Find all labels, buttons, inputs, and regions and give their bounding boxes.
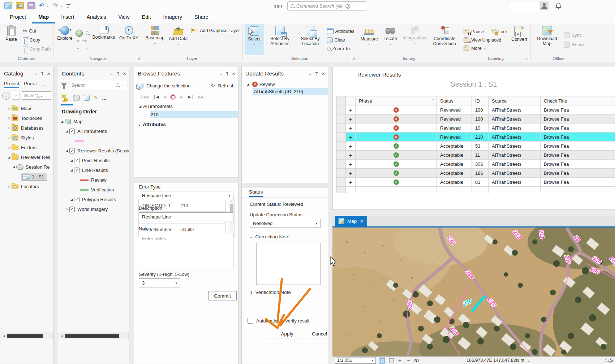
close-icon[interactable]: ×	[322, 71, 325, 76]
catalog-item-reviewer-results[interactable]: ◢Reviewer Res	[0, 152, 53, 162]
pause-labeling-button[interactable]: Pause	[463, 29, 485, 35]
expand-icon[interactable]: ▷	[64, 208, 69, 211]
collapse-icon[interactable]: ◢	[64, 130, 69, 133]
collapse-icon[interactable]: ◢	[245, 83, 250, 86]
close-icon[interactable]: ×	[123, 71, 126, 76]
collapse-icon[interactable]: ◢	[7, 156, 12, 159]
expand-row-button[interactable]: +	[346, 114, 356, 124]
row-selector[interactable]	[337, 151, 346, 160]
column-check-title[interactable]: Check Title	[541, 96, 615, 105]
symbol-verification[interactable]: Verification	[58, 185, 129, 195]
status-tab[interactable]: Status	[249, 189, 263, 197]
home-icon[interactable]: ⌂	[12, 92, 20, 100]
more-labeling-button[interactable]: More⌄	[463, 45, 508, 51]
cut-button[interactable]: ✂Cut	[22, 28, 51, 34]
copy-button[interactable]: Copy	[22, 37, 51, 43]
next-extent-icon[interactable]: →	[84, 44, 89, 50]
labeling-dialog-launcher[interactable]: ◿	[525, 57, 528, 60]
column-id[interactable]: ID	[472, 96, 489, 105]
close-icon[interactable]: ×	[232, 71, 235, 76]
browse-feature-210[interactable]: 210	[150, 111, 238, 118]
view-unplaced-button[interactable]: View Unplaced	[463, 37, 508, 43]
coordinate-conversion-button[interactable]: Coordinate Conversion	[430, 25, 459, 55]
chevron-down-icon[interactable]: ⌄	[527, 358, 530, 363]
editing-toggle-icon[interactable]: ┄	[406, 358, 411, 363]
verification-note-section[interactable]: ❯Verification Note	[250, 290, 291, 295]
change-selection-button[interactable]: Change the selection	[146, 83, 190, 88]
row-selector[interactable]	[337, 133, 346, 142]
description-input[interactable]: Reshape Line	[139, 212, 233, 221]
sync-button[interactable]: Sync	[563, 32, 584, 39]
previous-page-icon[interactable]: ❘◀	[153, 95, 159, 99]
tab-insert[interactable]: Insert	[55, 12, 80, 23]
catalog-tab-portal[interactable]: Portal	[24, 81, 36, 88]
contents-horizontal-scrollbar[interactable]: ◂	[59, 333, 129, 339]
customize-toolbar-icon[interactable]: ⌄	[66, 3, 69, 9]
chk-icon[interactable]: ✓	[74, 197, 79, 202]
paste-button[interactable]: Paste⌄	[2, 25, 21, 55]
zoom-selection-icon[interactable]	[86, 31, 89, 35]
layer-polygon-results[interactable]: ◢✓Polygon Results	[58, 195, 129, 204]
column-source[interactable]: Source	[489, 96, 541, 105]
account-icon[interactable]	[540, 1, 549, 10]
expand-row-button[interactable]: +	[346, 105, 356, 114]
row-selector[interactable]	[337, 169, 346, 178]
expand-icon[interactable]: ▷	[7, 107, 12, 110]
download-map-button[interactable]: Download Map⌄	[533, 25, 562, 55]
tab-share[interactable]: Share	[188, 12, 215, 23]
undo-icon[interactable]: ↶	[39, 3, 44, 9]
attributes-button[interactable]: Attributes	[326, 28, 355, 34]
chk-icon[interactable]: ✓	[74, 168, 79, 173]
browse-layer-node[interactable]: ◢ AlTirahStreets	[134, 101, 238, 111]
collapse-icon[interactable]: ◢	[69, 159, 74, 162]
bookmarks-button[interactable]: Bookmarks⌄	[91, 25, 116, 55]
commit-button[interactable]: Commit	[208, 291, 237, 300]
apply-button[interactable]: Apply	[266, 329, 308, 338]
result-row[interactable]: +✓Acceptable11AlTirahStreetsBrowse Fea	[337, 151, 615, 160]
row-selector-header[interactable]	[337, 96, 346, 105]
collapse-icon[interactable]: ◢	[69, 198, 74, 201]
redo-dropdown-icon[interactable]: ⌄	[60, 4, 63, 8]
list-by-drawing-order-icon[interactable]	[62, 95, 69, 101]
row-selector[interactable]	[337, 178, 346, 187]
expand-row-button[interactable]: +	[346, 169, 356, 178]
correction-note-section[interactable]: ⌄Correction Note	[250, 234, 289, 239]
select-by-attributes-button[interactable]: Select By Attributes	[266, 25, 294, 55]
previous-record-icon[interactable]: ◀	[163, 95, 166, 99]
pin-icon[interactable]	[315, 72, 318, 76]
snapping-icon[interactable]: ✛	[397, 358, 403, 363]
severity-dropdown[interactable]: 3▾	[139, 278, 180, 287]
last-record-icon[interactable]: ▶▶❘	[198, 95, 206, 99]
expand-row-button[interactable]: +	[346, 124, 356, 133]
refresh-icon[interactable]: ↻	[211, 82, 215, 89]
infographics-button[interactable]: Infographics⌄	[401, 25, 429, 55]
cancel-button[interactable]: Cancel	[309, 329, 328, 338]
update-review-node[interactable]: ◢ ✕ Review	[242, 79, 328, 88]
fixed-zoom-out-icon[interactable]: ↖↘	[82, 39, 86, 42]
map-canvas[interactable]: 23021321119207320206205234233210235208	[332, 228, 615, 357]
result-row[interactable]: +✕Reviewed190AlTirahStreetsBrowse Fea	[337, 105, 615, 114]
clear-button[interactable]: Clear	[326, 37, 355, 43]
tab-map[interactable]: Map	[32, 12, 55, 23]
redo-icon[interactable]: ↷	[53, 3, 58, 9]
explore-button[interactable]: Explore⌄	[55, 25, 74, 55]
layer-map[interactable]: ◢Map	[58, 117, 129, 126]
previous-extent-icon[interactable]: ←	[76, 44, 81, 50]
new-project-icon[interactable]	[4, 2, 12, 9]
expand-header[interactable]	[346, 96, 356, 105]
layer-reviewer-results[interactable]: ◢✓Reviewer Results (Session	[58, 146, 129, 156]
copy-path-button[interactable]: Copy Path	[22, 46, 51, 52]
go-to-xy-button[interactable]: Go To XY	[118, 25, 140, 55]
pin-icon[interactable]	[116, 72, 120, 76]
result-row[interactable]: +✓Acceptable306AlTirahStreetsBrowse Fea	[337, 160, 615, 169]
result-row[interactable]: +✓Acceptable186AlTirahStreetsBrowse Fea	[337, 169, 615, 178]
add-graphics-layer-button[interactable]: Add Graphics Layer	[190, 27, 240, 34]
catalog-item-folders[interactable]: ▷Folders	[0, 143, 53, 152]
catalog-horizontal-scrollbar[interactable]: ◂	[1, 333, 53, 339]
close-icon[interactable]: ×	[47, 71, 50, 76]
chevron-down-icon[interactable]: ⌄	[110, 72, 113, 76]
result-row[interactable]: +✕Reviewed210AlTirahStreetsBrowse Fea	[337, 133, 615, 142]
result-row[interactable]: +✓Acceptable53AlTirahStreetsBrowse Fea	[337, 142, 615, 151]
symbol-review[interactable]: Review	[58, 175, 129, 185]
tab-analysis[interactable]: Analysis	[80, 12, 112, 23]
